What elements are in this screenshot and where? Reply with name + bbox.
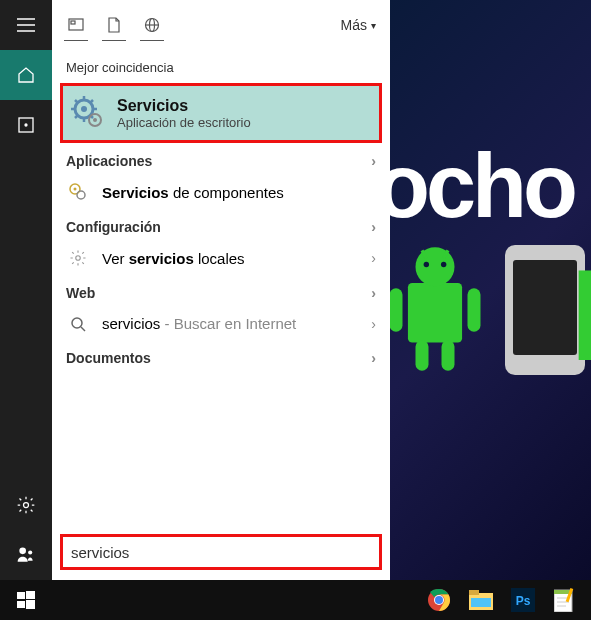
svg-rect-3 <box>468 288 481 331</box>
svg-rect-0 <box>408 283 462 343</box>
apps-category-header[interactable]: Aplicaciones › <box>52 143 390 175</box>
chevron-right-icon: › <box>371 219 376 235</box>
svg-point-9 <box>441 262 446 267</box>
bg-logo-text: ocho <box>390 135 574 238</box>
taskbar-explorer-icon[interactable] <box>467 586 495 614</box>
svg-point-1 <box>416 247 455 286</box>
item-ver-servicios-locales[interactable]: Ver servicios locales › <box>52 241 390 275</box>
rail-settings-button[interactable] <box>0 480 52 530</box>
web-header-label: Web <box>66 285 95 301</box>
hamburger-button[interactable] <box>0 0 52 50</box>
docs-header-label: Documentos <box>66 350 151 366</box>
item-label: Ver servicios locales <box>102 250 245 267</box>
svg-text:Ps: Ps <box>516 594 531 608</box>
apps-header-label: Aplicaciones <box>66 153 152 169</box>
rail-home-button[interactable] <box>0 50 52 100</box>
item-label: servicios - Buscar en Internet <box>102 315 296 332</box>
svg-point-36 <box>74 188 77 191</box>
taskbar-pinned: Ps <box>413 586 591 614</box>
svg-point-14 <box>25 124 27 126</box>
best-match-subtitle: Aplicación de escritorio <box>117 115 251 130</box>
bg-android-icon <box>390 245 490 375</box>
svg-rect-5 <box>442 340 455 370</box>
svg-rect-42 <box>26 591 35 599</box>
filter-apps-icon[interactable] <box>60 9 92 41</box>
svg-point-16 <box>19 548 26 555</box>
search-panel: Más ▾ Mejor coincidencia Servicios Aplic… <box>52 0 390 580</box>
component-services-icon <box>66 183 90 201</box>
bg-logo-n: N <box>570 240 591 390</box>
config-category-header[interactable]: Configuración › <box>52 209 390 241</box>
taskbar-chrome-icon[interactable] <box>425 586 453 614</box>
svg-line-29 <box>75 100 78 103</box>
chevron-right-icon: › <box>371 250 376 266</box>
search-icon <box>66 316 90 332</box>
svg-rect-50 <box>471 598 491 607</box>
start-button[interactable] <box>0 580 52 620</box>
more-label: Más <box>341 17 367 33</box>
item-servicios-componentes[interactable]: Servicios de componentes <box>52 175 390 209</box>
best-match-title: Servicios <box>117 97 251 115</box>
services-icon <box>71 96 105 130</box>
web-category-header[interactable]: Web › <box>52 275 390 307</box>
left-rail <box>0 0 52 580</box>
panel-toolbar: Más ▾ <box>52 0 390 50</box>
svg-point-15 <box>24 503 29 508</box>
taskbar-photoshop-icon[interactable]: Ps <box>509 586 537 614</box>
filter-docs-icon[interactable] <box>98 9 130 41</box>
chevron-right-icon: › <box>371 285 376 301</box>
chevron-right-icon: › <box>371 153 376 169</box>
item-label: Servicios de componentes <box>102 184 284 201</box>
svg-point-34 <box>93 118 97 122</box>
taskbar-notepad-icon[interactable] <box>551 586 579 614</box>
svg-point-8 <box>424 262 429 267</box>
svg-rect-44 <box>26 600 35 609</box>
best-match-item[interactable]: Servicios Aplicación de escritorio <box>60 83 382 143</box>
rail-feedback-button[interactable] <box>0 530 52 580</box>
chevron-down-icon: ▾ <box>371 20 376 31</box>
svg-rect-49 <box>469 590 479 595</box>
config-header-label: Configuración <box>66 219 161 235</box>
gear-icon <box>66 249 90 267</box>
svg-rect-41 <box>17 592 25 599</box>
svg-line-32 <box>90 100 93 103</box>
taskbar: Ps <box>0 580 591 620</box>
rail-apps-button[interactable] <box>0 100 52 150</box>
svg-point-24 <box>81 106 87 112</box>
docs-category-header[interactable]: Documentos › <box>52 340 390 372</box>
svg-line-40 <box>81 327 85 331</box>
more-filters-button[interactable]: Más ▾ <box>335 17 382 33</box>
svg-point-17 <box>28 550 32 554</box>
svg-rect-2 <box>390 288 403 331</box>
desktop-background: ocho N <box>390 0 591 580</box>
svg-point-39 <box>72 318 82 328</box>
svg-line-31 <box>75 115 78 118</box>
svg-point-37 <box>77 191 85 199</box>
filter-web-icon[interactable] <box>136 9 168 41</box>
svg-point-47 <box>435 596 443 604</box>
svg-rect-4 <box>416 340 429 370</box>
search-input[interactable] <box>63 544 379 561</box>
svg-point-38 <box>76 256 81 261</box>
best-match-header: Mejor coincidencia <box>52 50 390 83</box>
chevron-right-icon: › <box>371 350 376 366</box>
search-box-wrap <box>60 534 382 570</box>
chevron-right-icon: › <box>371 316 376 332</box>
item-web-search[interactable]: servicios - Buscar en Internet › <box>52 307 390 340</box>
svg-rect-19 <box>71 21 75 24</box>
svg-rect-43 <box>17 601 25 608</box>
